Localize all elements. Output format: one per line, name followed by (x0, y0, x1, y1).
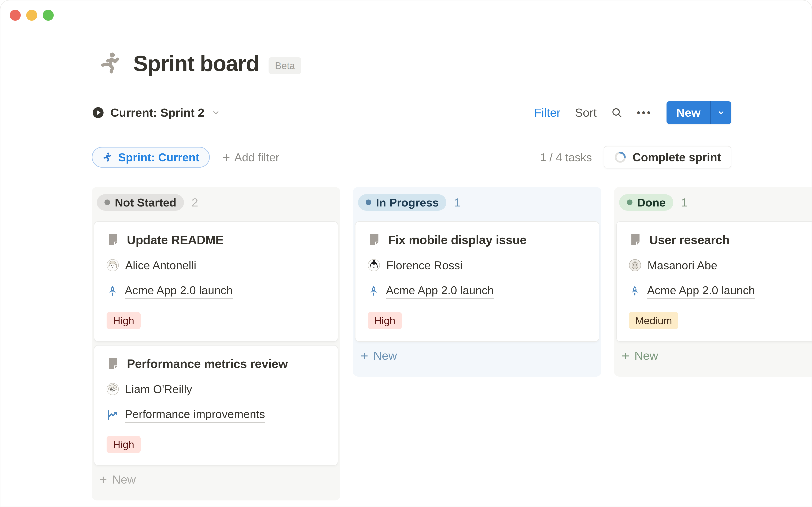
column-cards: User research Masanori Abe Acme App 2.0 … (616, 221, 812, 342)
app-window: Sprint board Beta Current: Sprint 2 Filt… (0, 0, 812, 507)
page-title[interactable]: Sprint board (133, 51, 259, 76)
card-badge-row: High (107, 312, 325, 329)
task-card[interactable]: Fix mobile display issue Florence Rossi … (355, 221, 599, 342)
rocket-icon (368, 285, 380, 297)
page-icon (107, 233, 120, 246)
card-project-link[interactable]: Performance improvements (125, 407, 265, 423)
sort-button[interactable]: Sort (575, 106, 597, 119)
task-card[interactable]: Performance metrics review Liam O'Reilly… (94, 345, 338, 465)
card-title-row: Fix mobile display issue (368, 233, 587, 247)
task-card[interactable]: User research Masanori Abe Acme App 2.0 … (616, 221, 812, 342)
filter-bar: Sprint: Current + Add filter 1 / 4 tasks… (92, 146, 731, 168)
card-assignee: Masanori Abe (647, 259, 717, 272)
beta-badge: Beta (269, 57, 301, 74)
column-status-pill[interactable]: Not Started (97, 194, 184, 211)
card-assignee: Alice Antonelli (125, 259, 196, 272)
card-assignee-row: Liam O'Reilly (107, 383, 325, 396)
card-assignee-row: Masanori Abe (629, 259, 812, 272)
status-dot-icon (627, 200, 633, 205)
view-selector[interactable]: Current: Sprint 2 (92, 106, 220, 119)
close-button[interactable] (10, 10, 21, 21)
toolbar-actions: Filter Sort ••• New (534, 101, 731, 124)
column-new-button[interactable]: + New (361, 348, 599, 363)
card-project-link[interactable]: Acme App 2.0 launch (125, 284, 233, 299)
new-button[interactable]: New (666, 101, 731, 124)
progress-ring-icon (614, 151, 627, 164)
board-column: Not Started 2 Update README Alice Antone… (92, 187, 340, 500)
column-header: In Progress 1 (358, 194, 599, 211)
card-title: Update README (127, 233, 224, 247)
minimize-button[interactable] (26, 10, 37, 21)
view-selector-label: Current: Sprint 2 (110, 106, 205, 119)
column-header: Not Started 2 (97, 194, 338, 211)
column-status-pill[interactable]: In Progress (358, 194, 446, 211)
column-count: 2 (192, 195, 198, 209)
add-filter-label: Add filter (234, 151, 279, 164)
column-cards: Update README Alice Antonelli Acme App 2… (94, 221, 338, 465)
card-title: Performance metrics review (127, 356, 288, 371)
runner-icon[interactable] (98, 51, 123, 76)
card-badge-row: High (107, 436, 325, 453)
sprint-filter-label: Sprint: Current (118, 151, 200, 164)
card-project-link[interactable]: Acme App 2.0 launch (386, 284, 494, 299)
column-title: Done (637, 196, 666, 209)
avatar-masanori (629, 259, 641, 271)
avatar-florence (368, 259, 380, 271)
column-title: Not Started (115, 196, 176, 209)
complete-sprint-button[interactable]: Complete sprint (604, 146, 731, 168)
card-project-row: Acme App 2.0 launch (368, 284, 587, 299)
page-icon (629, 233, 642, 246)
card-project-link[interactable]: Acme App 2.0 launch (647, 284, 755, 299)
board: Not Started 2 Update README Alice Antone… (92, 187, 812, 507)
rocket-icon (107, 285, 118, 297)
page-icon (368, 233, 381, 246)
column-new-button[interactable]: + New (622, 348, 812, 363)
priority-badge: Medium (629, 312, 679, 329)
task-card[interactable]: Update README Alice Antonelli Acme App 2… (94, 221, 338, 342)
task-progress: 1 / 4 tasks (540, 151, 592, 164)
play-icon (92, 106, 104, 119)
sprint-filter-chip[interactable]: Sprint: Current (92, 147, 210, 168)
view-toolbar: Current: Sprint 2 Filter Sort ••• New (92, 101, 731, 131)
new-button-label[interactable]: New (666, 101, 710, 124)
add-filter-button[interactable]: + Add filter (222, 150, 279, 165)
page-header: Sprint board Beta (98, 51, 731, 76)
runner-icon (102, 152, 113, 163)
card-assignee-row: Florence Rossi (368, 259, 587, 272)
card-project-row: Acme App 2.0 launch (629, 284, 812, 299)
column-status-pill[interactable]: Done (619, 194, 673, 211)
card-assignee: Liam O'Reilly (125, 383, 192, 396)
column-header: Done 1 (619, 194, 812, 211)
column-title: In Progress (376, 196, 439, 209)
new-card-label: New (112, 472, 136, 486)
rocket-icon (629, 285, 641, 297)
column-count: 1 (454, 195, 461, 209)
new-button-chevron-icon[interactable] (711, 101, 731, 124)
ellipsis-icon[interactable]: ••• (637, 107, 652, 118)
status-dot-icon (366, 200, 371, 205)
search-icon[interactable] (611, 107, 622, 118)
card-project-row: Acme App 2.0 launch (107, 284, 325, 299)
plus-icon: + (99, 472, 107, 487)
card-assignee: Florence Rossi (386, 259, 463, 272)
card-title-row: Update README (107, 233, 325, 247)
zoom-button[interactable] (43, 10, 54, 21)
column-new-button[interactable]: + New (99, 472, 338, 487)
card-title: User research (649, 233, 729, 247)
card-assignee-row: Alice Antonelli (107, 259, 325, 272)
card-title-row: Performance metrics review (107, 356, 325, 371)
card-badge-row: Medium (629, 312, 812, 329)
avatar-liam (107, 383, 119, 395)
plus-icon: + (222, 150, 230, 165)
sprint-status-group: 1 / 4 tasks Complete sprint (540, 146, 731, 168)
filter-button[interactable]: Filter (534, 106, 560, 119)
board-column: Done 1 User research Masanori Abe Acme A… (614, 187, 812, 377)
priority-badge: High (107, 436, 141, 453)
plus-icon: + (361, 348, 368, 363)
new-card-label: New (373, 349, 397, 362)
priority-badge: High (368, 312, 402, 329)
column-cards: Fix mobile display issue Florence Rossi … (355, 221, 599, 342)
chart-icon (107, 409, 118, 421)
chevron-down-icon (212, 108, 220, 117)
board-column: In Progress 1 Fix mobile display issue F… (353, 187, 601, 377)
